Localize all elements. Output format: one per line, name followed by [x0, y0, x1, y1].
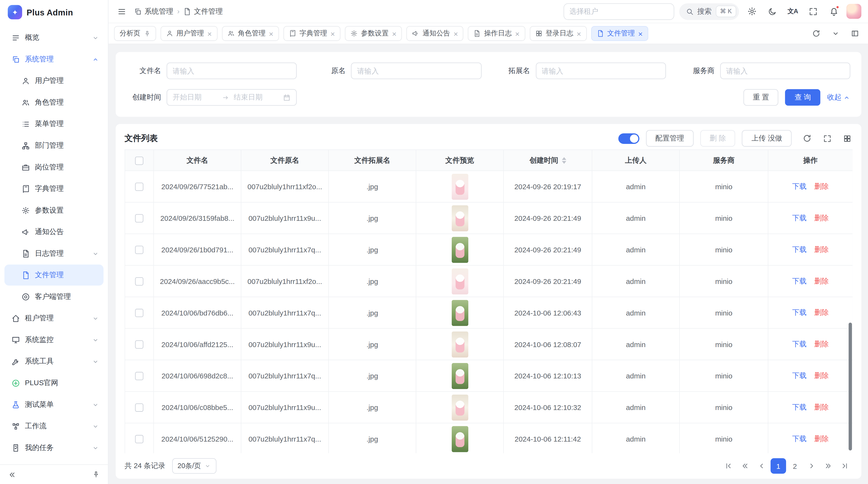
- sort-icon[interactable]: [562, 157, 566, 164]
- delete-button[interactable]: 删 除: [700, 130, 735, 147]
- row-checkbox[interactable]: [135, 309, 143, 317]
- tab-param[interactable]: 参数设置×: [345, 26, 402, 41]
- date-range-input[interactable]: 开始日期 结束日期: [166, 89, 297, 106]
- sidebar-item-user[interactable]: 用户管理: [4, 70, 103, 91]
- file-preview-image[interactable]: [452, 300, 468, 326]
- sidebar-item-tenant[interactable]: 租户管理: [4, 308, 103, 329]
- delete-link[interactable]: 删除: [814, 214, 829, 222]
- file-preview-image[interactable]: [452, 426, 468, 452]
- tab-login-log[interactable]: 登录日志×: [529, 26, 587, 41]
- close-icon[interactable]: ×: [269, 30, 273, 37]
- delete-link[interactable]: 删除: [814, 340, 829, 348]
- close-icon[interactable]: ×: [330, 30, 335, 37]
- sidebar-item-notice[interactable]: 通知公告: [4, 221, 103, 242]
- sidebar-item-system[interactable]: 系统管理: [4, 49, 103, 70]
- column-header-ext-name[interactable]: 文件拓展名: [329, 150, 416, 171]
- file-preview-image[interactable]: [452, 173, 468, 200]
- sidebar-item-monitor[interactable]: 系统监控: [4, 329, 103, 350]
- delete-link[interactable]: 删除: [814, 182, 829, 190]
- sidebar-item-dept[interactable]: 部门管理: [4, 135, 103, 156]
- tab-notice[interactable]: 通知公告×: [406, 26, 464, 41]
- sidebar-item-tools[interactable]: 系统工具: [4, 351, 103, 372]
- notifications-button[interactable]: [826, 4, 841, 19]
- refresh-tab-button[interactable]: [808, 26, 824, 41]
- column-header-provider[interactable]: 服务商: [679, 150, 768, 171]
- row-checkbox[interactable]: [135, 340, 143, 349]
- avatar[interactable]: [846, 4, 861, 19]
- sidebar-item-log[interactable]: 日志管理: [4, 243, 103, 264]
- hamburger-menu-button[interactable]: [114, 4, 129, 19]
- tab-dict[interactable]: 字典管理×: [283, 26, 340, 41]
- app-logo[interactable]: ✦ Plus Admin: [0, 0, 108, 24]
- tab-op-log[interactable]: 操作日志×: [468, 26, 525, 41]
- collapse-sidebar-button[interactable]: [4, 467, 20, 482]
- page-size-select[interactable]: 20条/页: [172, 458, 217, 474]
- close-icon[interactable]: ×: [577, 30, 581, 37]
- download-link[interactable]: 下载: [792, 340, 807, 348]
- pager-first-button[interactable]: [721, 458, 736, 474]
- close-icon[interactable]: ×: [392, 30, 397, 37]
- sidebar-item-param[interactable]: 参数设置: [4, 200, 103, 221]
- download-link[interactable]: 下载: [792, 434, 807, 443]
- column-header-original-name[interactable]: 文件原名: [241, 150, 329, 171]
- filter-input-file-name[interactable]: [166, 62, 297, 79]
- sidebar-item-workflow[interactable]: 工作流: [4, 416, 103, 437]
- search-button[interactable]: 查 询: [785, 89, 820, 106]
- collapse-filter-button[interactable]: 收起: [827, 92, 850, 102]
- delete-link[interactable]: 删除: [814, 403, 829, 411]
- sidebar-item-gitee[interactable]: gitee记录: [4, 459, 103, 464]
- row-checkbox[interactable]: [135, 277, 143, 285]
- sidebar-item-test[interactable]: 测试菜单: [4, 394, 103, 415]
- pager-last-button[interactable]: [837, 458, 852, 474]
- global-search[interactable]: 搜索 ⌘ K: [679, 3, 739, 20]
- select-all-checkbox[interactable]: [135, 156, 143, 165]
- pager-page-2[interactable]: 2: [787, 458, 803, 474]
- download-link[interactable]: 下载: [792, 214, 807, 222]
- pager-next-button[interactable]: [804, 458, 819, 474]
- settings-button[interactable]: [744, 4, 760, 19]
- tab-analysis[interactable]: 分析页: [114, 26, 156, 41]
- sidebar-item-menu[interactable]: 菜单管理: [4, 114, 103, 134]
- pager-prev-jump-button[interactable]: [737, 458, 753, 474]
- close-icon[interactable]: ×: [454, 30, 458, 37]
- file-preview-image[interactable]: [452, 237, 468, 263]
- layout-panel-button[interactable]: [847, 26, 863, 41]
- file-preview-image[interactable]: [452, 205, 468, 231]
- row-checkbox[interactable]: [135, 183, 143, 191]
- sidebar-item-role[interactable]: 角色管理: [4, 92, 103, 113]
- delete-link[interactable]: 删除: [814, 434, 829, 443]
- sidebar-item-client[interactable]: 客户端管理: [4, 286, 103, 307]
- column-header-create-time[interactable]: 创建时间: [503, 150, 592, 171]
- pager-next-jump-button[interactable]: [820, 458, 836, 474]
- refresh-table-button[interactable]: [802, 133, 812, 144]
- filter-input-original-name[interactable]: [351, 62, 481, 79]
- fullscreen-table-button[interactable]: [822, 133, 833, 144]
- sidebar-item-dict[interactable]: 字典管理: [4, 178, 103, 199]
- reset-button[interactable]: 重 置: [743, 89, 779, 106]
- column-header-actions[interactable]: 操作: [768, 150, 852, 171]
- download-link[interactable]: 下载: [792, 403, 807, 411]
- file-preview-image[interactable]: [452, 394, 468, 420]
- download-link[interactable]: 下载: [792, 277, 807, 285]
- delete-link[interactable]: 删除: [814, 308, 829, 317]
- download-link[interactable]: 下载: [792, 308, 807, 317]
- breadcrumb-item-system[interactable]: 系统管理: [134, 6, 173, 16]
- sidebar-item-file[interactable]: 文件管理: [4, 264, 103, 285]
- column-header-file-name[interactable]: 文件名: [154, 150, 241, 171]
- sidebar-item-post[interactable]: 岗位管理: [4, 157, 103, 178]
- row-checkbox[interactable]: [135, 404, 143, 412]
- delete-link[interactable]: 删除: [814, 245, 829, 253]
- translate-button[interactable]: 文A: [785, 4, 801, 19]
- column-settings-button[interactable]: [841, 133, 852, 144]
- sidebar-item-overview[interactable]: 概览: [4, 27, 103, 48]
- filter-input-provider[interactable]: [720, 62, 850, 79]
- table-scrollbar[interactable]: [849, 323, 852, 450]
- download-link[interactable]: 下载: [792, 245, 807, 253]
- delete-link[interactable]: 删除: [814, 372, 829, 380]
- file-preview-image[interactable]: [452, 331, 468, 357]
- dark-mode-button[interactable]: [765, 4, 780, 19]
- close-icon[interactable]: ×: [515, 30, 520, 37]
- pager-page-1[interactable]: 1: [771, 458, 786, 474]
- row-checkbox[interactable]: [135, 435, 143, 443]
- column-header-preview[interactable]: 文件预览: [416, 150, 503, 171]
